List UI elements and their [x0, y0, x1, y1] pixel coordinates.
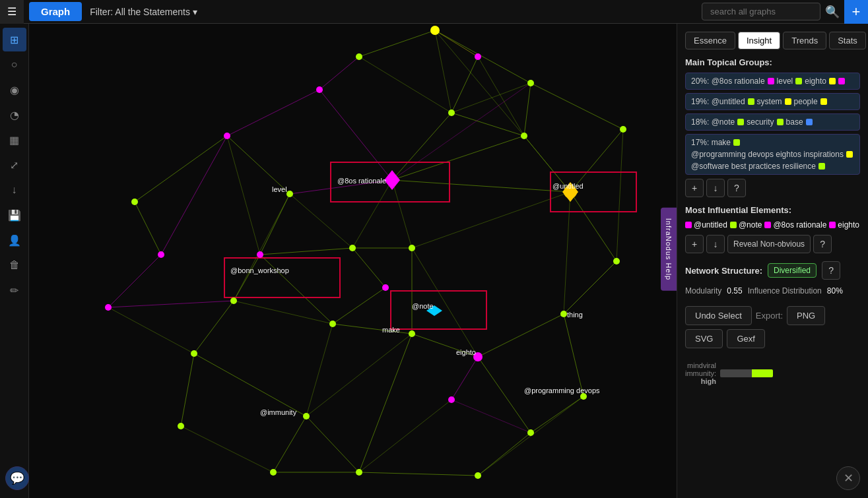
- chat-button[interactable]: 💬: [5, 466, 29, 490]
- sidebar-item-trash[interactable]: 🗑: [3, 253, 26, 277]
- infranodus-help-tab[interactable]: InfraNodus Help: [661, 207, 677, 291]
- topic-group-3[interactable]: 18%: @note security base: [685, 113, 860, 131]
- undo-select-btn[interactable]: Undo Select: [685, 306, 752, 325]
- export-png-btn[interactable]: PNG: [787, 306, 825, 325]
- help-influential-btn[interactable]: ?: [813, 235, 832, 253]
- filter-label[interactable]: Filter: All the Statements ▾: [90, 7, 197, 17]
- sidebar-item-grid[interactable]: ⊞: [3, 28, 26, 51]
- network-structure-title: Network Structure:: [685, 266, 762, 276]
- header: ☰ Graph Filter: All the Statements ▾ 🔍 +: [0, 0, 868, 24]
- svg-line-15: [161, 136, 227, 255]
- left-sidebar: ⊞ ○ ◉ ◔ ▦ ⤢ ↓ 💾 👤 🗑 ✏: [0, 24, 29, 498]
- add-influential-btn[interactable]: +: [685, 235, 704, 253]
- topic-group-4[interactable]: 17%: make @programming devops eightos in…: [685, 134, 860, 175]
- mindviral-label2: immunity:: [685, 369, 716, 377]
- svg-line-34: [564, 314, 584, 396]
- svg-line-37: [478, 433, 531, 476]
- svg-text:@untitled: @untitled: [552, 182, 584, 190]
- topic-group-4-tag2: @software best practices resilience: [691, 162, 816, 171]
- add-button[interactable]: +: [844, 0, 868, 24]
- svg-text:level: level: [272, 185, 287, 193]
- svg-line-23: [181, 354, 194, 426]
- topic-group-4-text: 17%: make: [691, 138, 731, 147]
- inf-dot-3: [764, 222, 771, 228]
- right-panel: Essence Insight Trends Stats Main Topica…: [677, 24, 868, 498]
- svg-point-97: [191, 350, 197, 357]
- add-topic-btn[interactable]: +: [685, 179, 704, 197]
- svg-line-1: [359, 30, 435, 57]
- sidebar-item-save[interactable]: 💾: [3, 203, 26, 227]
- svg-line-36: [531, 396, 584, 433]
- inf-item-note: @note: [730, 220, 762, 230]
- tab-essence[interactable]: Essence: [685, 32, 735, 49]
- topic-group-4-tag1: @programming devops eightos inspirations: [691, 150, 844, 159]
- download-influential-btn[interactable]: ↓: [706, 235, 725, 253]
- tab-trends[interactable]: Trends: [783, 32, 826, 49]
- influential-title: Most Influential Elements:: [685, 205, 860, 215]
- download-topic-btn[interactable]: ↓: [706, 179, 725, 197]
- sidebar-item-share[interactable]: ⤢: [3, 153, 26, 177]
- search-bar: 🔍 +: [702, 0, 868, 24]
- sidebar-item-clock[interactable]: ◔: [3, 103, 26, 127]
- sidebar-item-user[interactable]: 👤: [3, 228, 26, 252]
- sidebar-item-download[interactable]: ↓: [3, 178, 26, 202]
- topic-group-3-text: 18%: @note: [691, 117, 735, 127]
- topic-group-2[interactable]: 19%: @untitled system people: [685, 93, 860, 110]
- svg-point-93: [560, 311, 567, 317]
- export-label: Export:: [756, 306, 783, 325]
- tab-insight[interactable]: Insight: [738, 32, 780, 49]
- svg-text:eighto: eighto: [456, 348, 476, 356]
- svg-line-44: [135, 202, 161, 255]
- inf-item-untitled: @untitled: [685, 220, 727, 230]
- graph-canvas[interactable]: @8os rationale @untitled level @bonn_wor…: [29, 24, 677, 498]
- modularity-value: 0.55: [727, 286, 742, 296]
- sidebar-item-circle2[interactable]: ◉: [3, 78, 26, 102]
- graph-svg: @8os rationale @untitled level @bonn_wor…: [29, 24, 677, 498]
- mindviral-labels: mindviral immunity: high: [685, 361, 716, 385]
- close-button[interactable]: ✕: [836, 466, 860, 490]
- svg-text:@bonn_workshop: @bonn_workshop: [230, 266, 289, 274]
- export-gexf-btn[interactable]: Gexf: [727, 329, 764, 348]
- export-svg-btn[interactable]: SVG: [685, 329, 723, 348]
- influential-action-btns: + ↓ Reveal Non-obvious ?: [685, 235, 860, 253]
- search-input[interactable]: [702, 3, 820, 20]
- inf-label-4: eighto: [838, 220, 859, 230]
- svg-rect-75: [224, 258, 340, 297]
- mindviral-section: mindviral immunity: high: [685, 361, 860, 385]
- menu-button[interactable]: ☰: [0, 0, 24, 24]
- svg-line-14: [260, 194, 290, 255]
- topic-group-1[interactable]: 20%: @8os rationale level eighto: [685, 73, 860, 90]
- sidebar-item-table[interactable]: ▦: [3, 128, 26, 152]
- network-help-btn[interactable]: ?: [822, 261, 840, 280]
- svg-line-59: [181, 426, 273, 472]
- svg-line-17: [227, 90, 319, 136]
- mindviral-fill: [720, 369, 773, 377]
- reveal-nonobi-btn[interactable]: Reveal Non-obvious: [727, 235, 811, 253]
- svg-line-52: [227, 136, 260, 255]
- tab-stats[interactable]: Stats: [829, 32, 866, 49]
- topic-action-btns: + ↓ ?: [685, 179, 860, 197]
- sidebar-item-pen[interactable]: ✏: [3, 278, 26, 302]
- svg-point-86: [475, 53, 481, 60]
- topic-group-3-tag2: base: [786, 117, 803, 127]
- svg-line-20: [260, 255, 333, 324]
- svg-line-63: [359, 57, 451, 113]
- tab-bar: Essence Insight Trends Stats: [685, 32, 860, 49]
- svg-point-110: [382, 284, 389, 291]
- svg-point-83: [224, 133, 230, 139]
- graph-tab[interactable]: Graph: [29, 2, 82, 21]
- svg-point-108: [105, 304, 112, 311]
- sidebar-item-circle[interactable]: ○: [3, 53, 26, 77]
- search-icon[interactable]: 🔍: [820, 0, 844, 24]
- svg-line-45: [319, 57, 359, 90]
- help-topic-btn[interactable]: ?: [727, 179, 746, 197]
- inf-dot-1: [685, 222, 692, 228]
- influential-items: @untitled @note @8os rationale eighto: [685, 220, 860, 230]
- svg-text:@note: @note: [412, 302, 434, 310]
- svg-point-109: [329, 321, 336, 327]
- svg-point-90: [349, 245, 356, 251]
- svg-line-66: [234, 301, 333, 324]
- dot-green-1: [795, 78, 802, 84]
- svg-line-24: [194, 354, 306, 416]
- svg-line-26: [352, 248, 385, 288]
